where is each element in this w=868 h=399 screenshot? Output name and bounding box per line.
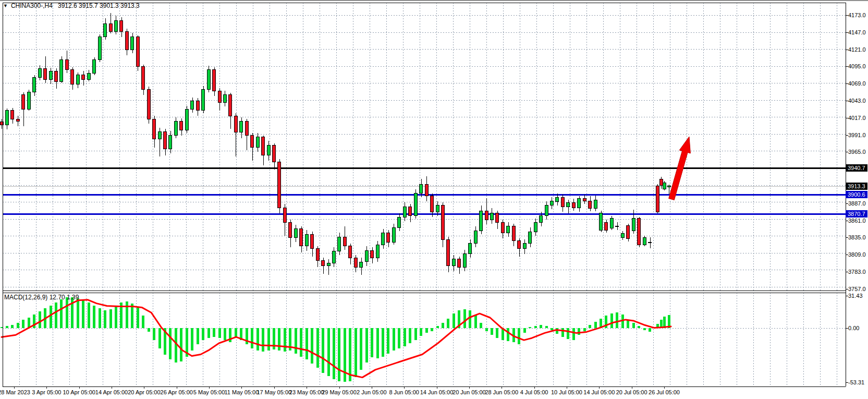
- svg-text:4173.0: 4173.0: [848, 12, 866, 18]
- svg-text:31.43: 31.43: [848, 293, 863, 299]
- svg-text:3991.0: 3991.0: [848, 132, 866, 138]
- svg-text:3940.7: 3940.7: [848, 165, 865, 171]
- svg-text:2 Jun 05:00: 2 Jun 05:00: [357, 389, 387, 395]
- svg-text:10 Apr 05:00: 10 Apr 05:00: [63, 389, 95, 395]
- trading-chart-window: ▼CHINA300-,H43912.6 3915.7 3901.3 3913.3…: [0, 0, 868, 399]
- svg-text:3835.0: 3835.0: [848, 234, 866, 240]
- chart-title-bar: ▼CHINA300-,H43912.6 3915.7 3901.3 3913.3: [3, 2, 140, 9]
- symbol-period-label: CHINA300-,H4: [11, 2, 53, 9]
- time-axis: 28 Mar 20233 Apr 05:0010 Apr 05:0014 Apr…: [0, 386, 680, 395]
- svg-text:8 Jun 05:00: 8 Jun 05:00: [389, 389, 419, 395]
- svg-text:3913.3: 3913.3: [848, 183, 865, 189]
- svg-text:3 Apr 05:00: 3 Apr 05:00: [32, 389, 61, 395]
- svg-text:4095.0: 4095.0: [848, 63, 866, 69]
- svg-text:20 Apr 05:00: 20 Apr 05:00: [128, 389, 160, 395]
- svg-text:11 May 05:00: 11 May 05:00: [225, 389, 259, 395]
- svg-text:-53.31: -53.31: [848, 379, 864, 385]
- svg-text:26 Jul 05:00: 26 Jul 05:00: [649, 389, 680, 395]
- svg-text:14 Jun 05:00: 14 Jun 05:00: [420, 389, 454, 395]
- svg-text:23 May 05:00: 23 May 05:00: [289, 389, 324, 395]
- svg-text:29 May 05:00: 29 May 05:00: [322, 389, 357, 395]
- svg-text:20 Jul 05:00: 20 Jul 05:00: [616, 389, 647, 395]
- svg-text:4147.0: 4147.0: [848, 29, 866, 35]
- svg-text:0.00: 0.00: [848, 325, 859, 331]
- svg-text:3887.0: 3887.0: [848, 200, 866, 207]
- level-lines: [3, 168, 846, 214]
- price-badges: 3940.73913.33900.63870.7: [846, 164, 867, 217]
- svg-text:4017.0: 4017.0: [848, 115, 866, 121]
- svg-text:10 Jul 05:00: 10 Jul 05:00: [551, 389, 582, 395]
- svg-text:4043.0: 4043.0: [848, 98, 866, 104]
- svg-text:4069.0: 4069.0: [848, 80, 866, 87]
- svg-text:3783.0: 3783.0: [848, 269, 866, 275]
- svg-text:3870.7: 3870.7: [848, 211, 865, 217]
- svg-text:26 Apr 05:00: 26 Apr 05:00: [161, 389, 193, 395]
- svg-text:28 Mar 2023: 28 Mar 2023: [0, 389, 30, 395]
- macd-indicator-label: MACD(12,26,9) 12.70 1.39: [4, 294, 79, 301]
- svg-text:3861.0: 3861.0: [848, 217, 866, 224]
- svg-text:3809.0: 3809.0: [848, 251, 866, 258]
- svg-text:3757.0: 3757.0: [848, 286, 866, 292]
- svg-text:3900.6: 3900.6: [848, 191, 865, 198]
- svg-text:5 May 05:00: 5 May 05:00: [193, 389, 225, 395]
- svg-text:14 Apr 05:00: 14 Apr 05:00: [95, 389, 128, 395]
- svg-text:17 May 05:00: 17 May 05:00: [256, 389, 291, 395]
- svg-text:28 Jun 05:00: 28 Jun 05:00: [485, 389, 518, 395]
- price-axis: 4173.04147.04121.04095.04069.04043.04017…: [846, 12, 866, 385]
- svg-text:4121.0: 4121.0: [848, 46, 866, 53]
- candlesticks: [1, 13, 671, 275]
- symbol-dropdown-icon[interactable]: ▼: [3, 3, 8, 8]
- svg-text:20 Jun 05:00: 20 Jun 05:00: [453, 389, 486, 395]
- svg-text:3965.0: 3965.0: [848, 149, 866, 155]
- ohlc-values-label: 3912.6 3915.7 3901.3 3913.3: [58, 2, 140, 9]
- svg-text:14 Jul 05:00: 14 Jul 05:00: [583, 389, 615, 395]
- svg-text:4 Jul 05:00: 4 Jul 05:00: [520, 389, 548, 395]
- price-chart-canvas[interactable]: 4173.04147.04121.04095.04069.04043.04017…: [0, 0, 868, 399]
